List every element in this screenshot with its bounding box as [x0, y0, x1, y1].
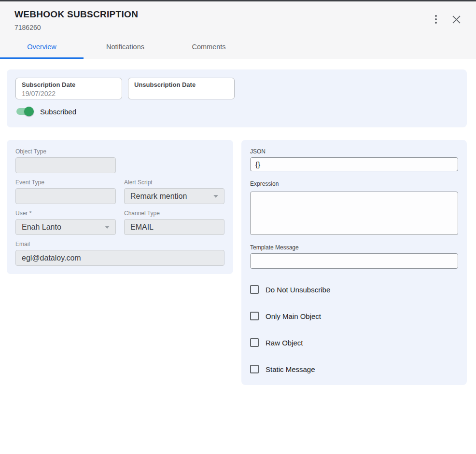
checkbox-row-raw-object[interactable]: Raw Object [250, 338, 458, 347]
email-label: Email [15, 241, 224, 248]
alert-script-value: Remark mention [130, 192, 187, 201]
checkbox-row-only-main-object[interactable]: Only Main Object [250, 312, 458, 320]
dropdown-arrow-icon [105, 226, 110, 229]
dropdown-arrow-icon [213, 195, 218, 198]
subscription-section: Subscription Date 19/07/2022 Unsubscript… [7, 69, 467, 127]
json-label: JSON [250, 148, 458, 155]
kebab-menu-icon [435, 14, 437, 25]
checkbox-label: Do Not Unsubscribe [266, 286, 330, 294]
user-field: User * Enah Lanto [15, 210, 116, 235]
checkbox-label: Raw Object [266, 339, 303, 347]
object-type-spacer [124, 148, 224, 173]
details-section: Object Type Event Type Alert Script Rema… [7, 140, 233, 274]
unsubscription-date-field[interactable]: Unsubscription Date [128, 78, 235, 99]
dialog-header: WEBHOOK SUBSCRIPTION 7186260 Overview No… [0, 1, 476, 59]
object-type-field: Object Type [15, 148, 116, 173]
unsubscription-date-label: Unsubscription Date [134, 81, 228, 88]
email-field: Email egl@dataloy.com [15, 241, 224, 266]
date-row: Subscription Date 19/07/2022 Unsubscript… [15, 78, 458, 99]
subscribed-toggle-label: Subscribed [40, 108, 76, 116]
channel-type-field: Channel Type EMAIL [124, 210, 224, 235]
subscription-date-label: Subscription Date [22, 81, 116, 88]
toggle-thumb [24, 107, 34, 116]
object-type-label: Object Type [15, 148, 116, 155]
json-field: JSON [250, 148, 458, 171]
checkbox-label: Static Message [266, 365, 315, 373]
checkbox-row-static-message[interactable]: Static Message [250, 365, 458, 373]
panels-row: Object Type Event Type Alert Script Rema… [7, 140, 467, 385]
email-input: egl@dataloy.com [15, 250, 224, 266]
json-input[interactable] [250, 157, 458, 171]
close-button[interactable] [449, 12, 463, 27]
user-value: Enah Lanto [22, 223, 61, 232]
close-icon [452, 15, 461, 24]
event-type-input [15, 188, 116, 204]
subscription-date-field[interactable]: Subscription Date 19/07/2022 [15, 78, 122, 99]
alert-script-label: Alert Script [124, 179, 224, 186]
subscription-date-value: 19/07/2022 [22, 90, 116, 97]
alert-script-select: Remark mention [124, 188, 224, 204]
channel-type-input: EMAIL [124, 219, 224, 235]
subscribed-toggle-row: Subscribed [15, 106, 458, 117]
checkbox-icon [250, 365, 259, 373]
event-type-field: Event Type [15, 179, 116, 204]
user-label: User * [15, 210, 116, 217]
more-options-button[interactable] [429, 12, 443, 27]
webhook-subscription-dialog: WEBHOOK SUBSCRIPTION 7186260 Overview No… [0, 0, 476, 454]
tab-bar: Overview Notifications Comments [0, 37, 476, 59]
checkbox-row-do-not-unsubscribe[interactable]: Do Not Unsubscribe [250, 285, 458, 294]
checkbox-icon [250, 338, 259, 347]
channel-type-label: Channel Type [124, 210, 224, 217]
tab-notifications[interactable]: Notifications [84, 37, 167, 59]
checkbox-icon [250, 312, 259, 320]
expression-textarea[interactable] [250, 192, 458, 235]
object-type-input [15, 157, 116, 173]
template-message-label: Template Message [250, 244, 458, 251]
template-message-input[interactable] [250, 253, 458, 269]
expression-label: Expression [250, 180, 458, 187]
subscribed-toggle[interactable] [15, 106, 34, 117]
header-text: WEBHOOK SUBSCRIPTION 7186260 [14, 9, 138, 31]
overview-tab-content: Subscription Date 19/07/2022 Unsubscript… [0, 59, 476, 385]
alert-script-field: Alert Script Remark mention [124, 179, 224, 204]
tab-comments[interactable]: Comments [167, 37, 251, 59]
unsubscription-date-value [134, 90, 228, 97]
checkbox-label: Only Main Object [266, 312, 321, 320]
checkbox-icon [250, 285, 259, 294]
user-select: Enah Lanto [15, 219, 116, 235]
message-section: JSON Expression Template Message Do Not … [241, 140, 467, 385]
record-id: 7186260 [14, 24, 138, 31]
tab-overview[interactable]: Overview [0, 37, 84, 59]
page-title: WEBHOOK SUBSCRIPTION [14, 9, 138, 20]
checkbox-group: Do Not Unsubscribe Only Main Object Raw … [250, 285, 458, 373]
expression-field: Expression [250, 180, 458, 235]
event-type-label: Event Type [15, 179, 116, 186]
header-actions [429, 12, 463, 27]
template-message-field: Template Message [250, 244, 458, 269]
